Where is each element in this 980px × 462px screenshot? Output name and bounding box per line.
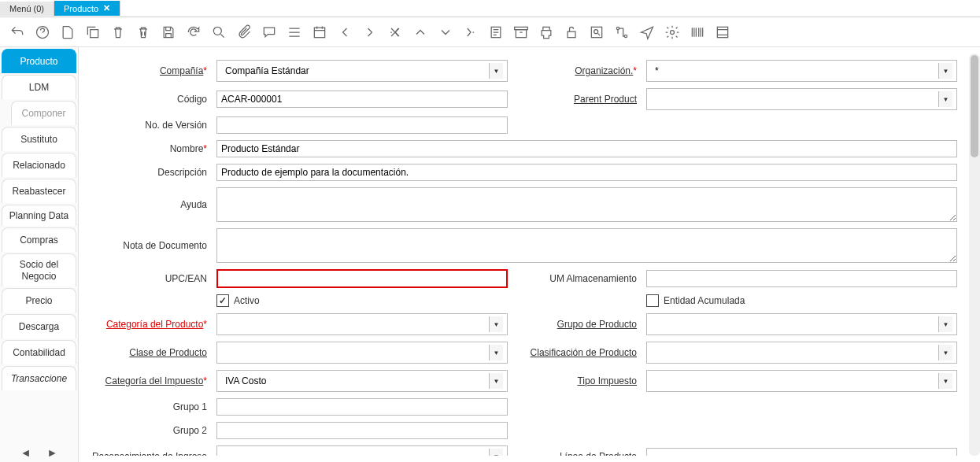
tab-menu[interactable]: Menú (0) [0,2,54,16]
field-grupo1[interactable] [216,398,508,416]
label-cat-impuesto: Categoría del Impuesto* [88,375,210,386]
svg-rect-1 [91,29,98,37]
search-icon[interactable] [209,23,228,42]
checkbox-activo[interactable]: Activo [216,294,508,307]
field-upc[interactable] [216,269,508,288]
label-nota: Nota de Documento [88,240,210,251]
field-compania[interactable]: ▼ [216,60,508,82]
chevron-down-icon[interactable]: ▼ [489,63,503,79]
field-tipo-impuesto[interactable]: ▼ [646,370,957,392]
field-nota[interactable] [216,228,957,263]
tab-menu-label: Menú (0) [9,4,44,13]
label-tipo-impuesto: Tipo Impuesto [514,375,640,386]
sidebar-item-compras[interactable]: Compras [2,227,76,252]
first-icon[interactable] [386,23,405,42]
sidebar-item-reabastecer[interactable]: Reabastecer [2,179,76,203]
field-grupo-producto[interactable]: ▼ [646,313,957,335]
help-icon[interactable] [33,23,52,42]
copy-icon[interactable] [83,23,102,42]
zoom-icon[interactable] [587,23,606,42]
field-version[interactable] [216,116,508,134]
archive-icon[interactable] [512,23,531,42]
sidebar-prev-icon[interactable]: ◄ [20,446,31,459]
chevron-down-icon[interactable]: ▼ [489,345,503,360]
sidebar-item-precio[interactable]: Precio [2,288,76,312]
chevron-down-icon[interactable]: ▼ [489,449,503,456]
sidebar-item-planning[interactable]: Planning Data [2,205,76,226]
label-compania: Compañía* [88,65,210,76]
close-icon[interactable]: ✕ [103,3,110,13]
save-icon[interactable] [159,23,178,42]
refresh-icon[interactable] [184,23,203,42]
sidebar-item-transacciones[interactable]: Transaccione [2,366,76,390]
field-organizacion[interactable]: ▼ [646,60,957,82]
prev-icon[interactable] [335,23,354,42]
scrollbar-thumb[interactable] [971,55,978,157]
label-organizacion: Organización.* [514,65,640,76]
chevron-down-icon[interactable]: ▼ [489,316,503,332]
sidebar-item-ldm[interactable]: LDM [2,75,76,99]
lock-icon[interactable] [562,23,581,42]
field-cat-impuesto[interactable]: ▼ [216,370,508,392]
barcode-icon[interactable] [688,23,707,42]
label-clase-producto: Clase de Producto [88,347,210,358]
attachment-icon[interactable] [235,23,253,42]
label-clasif-producto: Clasificación de Producto [514,347,640,358]
field-ayuda[interactable] [216,187,957,222]
last-icon[interactable] [461,23,480,42]
sidebar-item-producto[interactable]: Producto [2,49,76,73]
report-icon[interactable] [486,23,505,42]
chevron-down-icon[interactable]: ▼ [489,373,503,389]
sidebar-item-contabilidad[interactable]: Contabilidad [2,340,76,364]
next-icon[interactable] [361,23,379,42]
chevron-down-icon[interactable]: ▼ [938,373,952,389]
delete-icon[interactable] [109,23,128,42]
field-grupo2[interactable] [216,422,508,439]
sidebar-item-sustituto[interactable]: Sustituto [2,127,76,151]
checkbox-icon[interactable] [646,294,659,307]
field-parent[interactable]: ▼ [646,88,957,110]
chevron-down-icon[interactable]: ▼ [938,91,952,107]
tab-producto[interactable]: Producto ✕ [54,1,120,16]
svg-rect-12 [717,27,727,37]
print-icon[interactable] [537,23,556,42]
field-descripcion[interactable] [216,164,957,181]
detail-icon[interactable] [436,23,455,42]
sidebar-item-relacionado[interactable]: Relacionado [2,153,76,177]
chat-icon[interactable] [260,23,279,42]
chevron-down-icon[interactable]: ▼ [938,316,952,332]
calendar-icon[interactable] [310,23,329,42]
field-cat-producto[interactable]: ▼ [216,313,508,335]
send-icon[interactable] [638,23,656,42]
checkbox-entidad[interactable]: Entidad Acumulada [646,294,957,307]
delete2-icon[interactable] [134,23,153,42]
field-clasif-producto[interactable]: ▼ [646,342,957,364]
toggle-icon[interactable] [285,23,304,42]
undo-icon[interactable] [8,23,27,42]
chevron-down-icon[interactable]: ▼ [938,345,952,360]
checkbox-icon[interactable] [216,294,229,307]
new-icon[interactable] [58,23,77,42]
chevron-down-icon[interactable]: ▼ [938,63,952,79]
parent-icon[interactable] [411,23,430,42]
field-reconocimiento[interactable]: ▼ [216,445,508,456]
svg-rect-3 [314,28,324,37]
gear-icon[interactable] [663,23,682,42]
field-nombre[interactable] [216,140,957,157]
sidebar-item-socio[interactable]: Socio del Negocio [2,253,76,286]
workflow-icon[interactable] [612,23,631,42]
sidebar-item-descarga[interactable]: Descarga [2,314,76,338]
svg-rect-6 [568,31,575,37]
sidebar-next-icon[interactable]: ► [47,446,58,459]
field-linea[interactable] [646,448,957,456]
label-parent: Parent Product [514,94,640,105]
label-upc: UPC/EAN [88,273,210,284]
field-um-alm[interactable] [646,270,957,287]
sidebar-item-componer[interactable]: Componer [11,101,76,125]
form-icon[interactable] [713,23,732,42]
scrollbar[interactable] [969,54,980,456]
field-codigo[interactable] [216,91,508,108]
svg-rect-5 [516,29,526,37]
field-clase-producto[interactable]: ▼ [216,342,508,364]
label-reconocimiento: Reconocimiento de Ingreso [88,451,210,456]
